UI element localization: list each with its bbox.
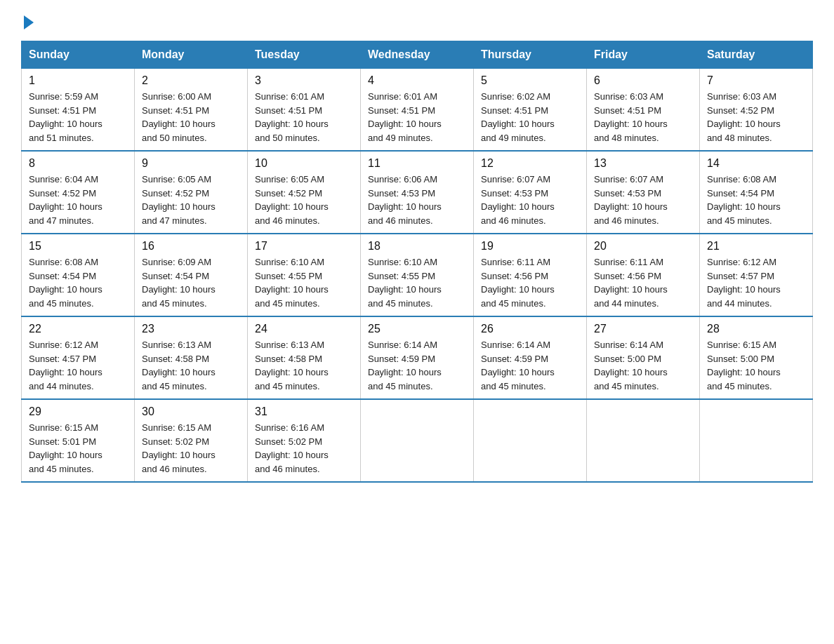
day-of-week-header: Monday [135,41,248,69]
day-of-week-header: Saturday [700,41,813,69]
day-number: 20 [594,240,692,253]
calendar-table: SundayMondayTuesdayWednesdayThursdayFrid… [21,41,813,483]
day-sun-info: Sunrise: 6:11 AM Sunset: 4:56 PM Dayligh… [481,255,579,310]
calendar-day-cell: 3Sunrise: 6:01 AM Sunset: 4:51 PM Daylig… [248,69,361,152]
calendar-day-cell: 18Sunrise: 6:10 AM Sunset: 4:55 PM Dayli… [361,234,474,316]
day-number: 27 [594,323,692,335]
day-sun-info: Sunrise: 6:14 AM Sunset: 5:00 PM Dayligh… [594,338,692,393]
calendar-day-cell: 22Sunrise: 6:12 AM Sunset: 4:57 PM Dayli… [22,316,135,399]
day-number: 19 [481,240,579,253]
calendar-day-cell: 10Sunrise: 6:05 AM Sunset: 4:52 PM Dayli… [248,151,361,234]
day-number: 5 [481,74,579,87]
calendar-day-cell: 14Sunrise: 6:08 AM Sunset: 4:54 PM Dayli… [700,151,813,234]
calendar-day-cell: 7Sunrise: 6:03 AM Sunset: 4:52 PM Daylig… [700,69,813,152]
day-number: 21 [707,240,805,253]
calendar-day-cell: 2Sunrise: 6:00 AM Sunset: 4:51 PM Daylig… [135,69,248,152]
calendar-day-cell: 12Sunrise: 6:07 AM Sunset: 4:53 PM Dayli… [474,151,587,234]
calendar-day-cell: 11Sunrise: 6:06 AM Sunset: 4:53 PM Dayli… [361,151,474,234]
day-sun-info: Sunrise: 6:15 AM Sunset: 5:02 PM Dayligh… [142,421,240,476]
calendar-day-cell: 13Sunrise: 6:07 AM Sunset: 4:53 PM Dayli… [587,151,700,234]
calendar-week-row: 15Sunrise: 6:08 AM Sunset: 4:54 PM Dayli… [22,234,813,316]
day-number: 11 [368,157,466,170]
calendar-day-cell: 31Sunrise: 6:16 AM Sunset: 5:02 PM Dayli… [248,399,361,482]
day-of-week-header: Tuesday [248,41,361,69]
calendar-day-cell: 20Sunrise: 6:11 AM Sunset: 4:56 PM Dayli… [587,234,700,316]
day-number: 23 [142,323,240,335]
day-sun-info: Sunrise: 6:05 AM Sunset: 4:52 PM Dayligh… [255,173,353,227]
day-of-week-header: Wednesday [361,41,474,69]
calendar-day-cell: 8Sunrise: 6:04 AM Sunset: 4:52 PM Daylig… [22,151,135,234]
day-number: 17 [255,240,353,253]
day-number: 22 [29,323,127,335]
day-number: 24 [255,323,353,335]
day-sun-info: Sunrise: 6:02 AM Sunset: 4:51 PM Dayligh… [481,90,579,145]
calendar-day-cell: 15Sunrise: 6:08 AM Sunset: 4:54 PM Dayli… [22,234,135,316]
calendar-day-cell: 9Sunrise: 6:05 AM Sunset: 4:52 PM Daylig… [135,151,248,234]
day-sun-info: Sunrise: 6:15 AM Sunset: 5:00 PM Dayligh… [707,338,805,393]
calendar-day-cell: 26Sunrise: 6:14 AM Sunset: 4:59 PM Dayli… [474,316,587,399]
day-sun-info: Sunrise: 6:01 AM Sunset: 4:51 PM Dayligh… [255,90,353,145]
day-sun-info: Sunrise: 6:13 AM Sunset: 4:58 PM Dayligh… [142,338,240,393]
day-sun-info: Sunrise: 6:08 AM Sunset: 4:54 PM Dayligh… [707,173,805,227]
day-sun-info: Sunrise: 6:09 AM Sunset: 4:54 PM Dayligh… [142,255,240,310]
day-number: 8 [29,157,127,170]
day-sun-info: Sunrise: 6:03 AM Sunset: 4:51 PM Dayligh… [594,90,692,145]
day-number: 29 [29,405,127,418]
calendar-day-cell: 25Sunrise: 6:14 AM Sunset: 4:59 PM Dayli… [361,316,474,399]
day-sun-info: Sunrise: 6:07 AM Sunset: 4:53 PM Dayligh… [481,173,579,227]
day-sun-info: Sunrise: 6:10 AM Sunset: 4:55 PM Dayligh… [255,255,353,310]
day-number: 26 [481,323,579,335]
calendar-day-cell: 1Sunrise: 5:59 AM Sunset: 4:51 PM Daylig… [22,69,135,152]
day-of-week-header: Friday [587,41,700,69]
calendar-day-cell: 17Sunrise: 6:10 AM Sunset: 4:55 PM Dayli… [248,234,361,316]
day-sun-info: Sunrise: 6:00 AM Sunset: 4:51 PM Dayligh… [142,90,240,145]
calendar-day-cell: 24Sunrise: 6:13 AM Sunset: 4:58 PM Dayli… [248,316,361,399]
day-number: 13 [594,157,692,170]
day-of-week-header: Thursday [474,41,587,69]
day-number: 2 [142,74,240,87]
day-sun-info: Sunrise: 6:15 AM Sunset: 5:01 PM Dayligh… [29,421,127,476]
day-sun-info: Sunrise: 6:13 AM Sunset: 4:58 PM Dayligh… [255,338,353,393]
calendar-week-row: 8Sunrise: 6:04 AM Sunset: 4:52 PM Daylig… [22,151,813,234]
day-sun-info: Sunrise: 6:14 AM Sunset: 4:59 PM Dayligh… [368,338,466,393]
calendar-day-cell: 21Sunrise: 6:12 AM Sunset: 4:57 PM Dayli… [700,234,813,316]
day-of-week-header: Sunday [22,41,135,69]
calendar-day-cell: 6Sunrise: 6:03 AM Sunset: 4:51 PM Daylig… [587,69,700,152]
day-number: 3 [255,74,353,87]
day-number: 30 [142,405,240,418]
day-number: 6 [594,74,692,87]
day-sun-info: Sunrise: 6:08 AM Sunset: 4:54 PM Dayligh… [29,255,127,310]
calendar-day-cell: 27Sunrise: 6:14 AM Sunset: 5:00 PM Dayli… [587,316,700,399]
logo-arrow-icon [24,15,34,29]
day-number: 16 [142,240,240,253]
day-sun-info: Sunrise: 6:03 AM Sunset: 4:52 PM Dayligh… [707,90,805,145]
calendar-day-cell: 28Sunrise: 6:15 AM Sunset: 5:00 PM Dayli… [700,316,813,399]
day-sun-info: Sunrise: 6:12 AM Sunset: 4:57 PM Dayligh… [707,255,805,310]
page-header [21,14,813,27]
calendar-day-cell: 5Sunrise: 6:02 AM Sunset: 4:51 PM Daylig… [474,69,587,152]
day-number: 7 [707,74,805,87]
day-number: 15 [29,240,127,253]
calendar-day-cell [700,399,813,482]
day-number: 14 [707,157,805,170]
day-sun-info: Sunrise: 6:10 AM Sunset: 4:55 PM Dayligh… [368,255,466,310]
day-number: 1 [29,74,127,87]
day-sun-info: Sunrise: 6:01 AM Sunset: 4:51 PM Dayligh… [368,90,466,145]
day-sun-info: Sunrise: 6:14 AM Sunset: 4:59 PM Dayligh… [481,338,579,393]
calendar-day-cell: 23Sunrise: 6:13 AM Sunset: 4:58 PM Dayli… [135,316,248,399]
day-number: 18 [368,240,466,253]
day-number: 28 [707,323,805,335]
day-sun-info: Sunrise: 6:04 AM Sunset: 4:52 PM Dayligh… [29,173,127,227]
day-sun-info: Sunrise: 6:06 AM Sunset: 4:53 PM Dayligh… [368,173,466,227]
calendar-week-row: 29Sunrise: 6:15 AM Sunset: 5:01 PM Dayli… [22,399,813,482]
day-sun-info: Sunrise: 5:59 AM Sunset: 4:51 PM Dayligh… [29,90,127,145]
calendar-day-cell: 30Sunrise: 6:15 AM Sunset: 5:02 PM Dayli… [135,399,248,482]
calendar-day-cell: 4Sunrise: 6:01 AM Sunset: 4:51 PM Daylig… [361,69,474,152]
calendar-week-row: 1Sunrise: 5:59 AM Sunset: 4:51 PM Daylig… [22,69,813,152]
day-sun-info: Sunrise: 6:16 AM Sunset: 5:02 PM Dayligh… [255,421,353,476]
logo [21,14,34,27]
day-number: 25 [368,323,466,335]
day-number: 10 [255,157,353,170]
calendar-week-row: 22Sunrise: 6:12 AM Sunset: 4:57 PM Dayli… [22,316,813,399]
day-number: 31 [255,405,353,418]
